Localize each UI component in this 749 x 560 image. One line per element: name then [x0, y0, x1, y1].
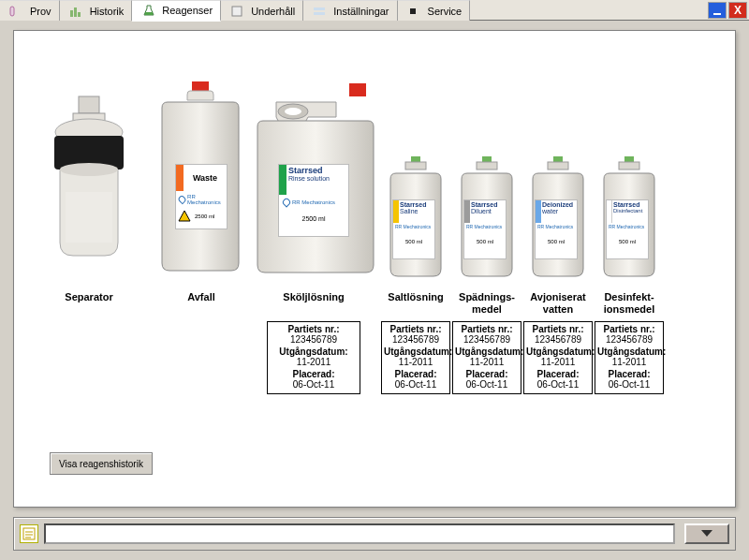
info-label-expiry: Utgångsdatum:: [526, 346, 590, 357]
info-value-expiry: 11-2011: [526, 357, 590, 367]
info-value-expiry: 11-2011: [597, 357, 661, 367]
tab-historik[interactable]: Historik: [60, 0, 133, 21]
status-dropdown-button[interactable]: [684, 523, 729, 544]
info-value-placed: 06-Oct-11: [597, 379, 661, 390]
info-label-batch: Partiets nr.:: [384, 324, 448, 334]
waste-label-vol: 2500 ml: [195, 214, 214, 219]
disinf-label-brand: RR Mechatronics: [607, 223, 648, 231]
info-value-placed: 06-Oct-11: [270, 379, 358, 390]
bars-icon: [67, 4, 86, 19]
waste-stripe: [176, 165, 184, 191]
show-history-button[interactable]: Visa reagenshistorik: [50, 452, 153, 475]
svg-rect-21: [411, 156, 420, 162]
title-rinse: Sköljlösning: [248, 289, 379, 303]
rinse-label-sub: Rinse solution: [288, 175, 346, 182]
title-saline: Saltlösning: [381, 289, 450, 303]
reagent-waste[interactable]: Waste RR Mechatronics 2500 ml: [154, 80, 248, 286]
info-label-batch: Partiets nr.:: [526, 324, 590, 334]
dot-icon: [405, 4, 424, 19]
note-icon[interactable]: [20, 524, 38, 543]
info-label-batch: Partiets nr.:: [597, 324, 661, 334]
title-deion: Avjoniserat vatten: [523, 289, 593, 316]
info-value-batch: 123456789: [455, 334, 519, 345]
info-label-placed: Placerad:: [270, 369, 358, 379]
tab-label: Reagenser: [162, 5, 213, 16]
info-card-disinf[interactable]: Partiets nr.: 123456789 Utgångsdatum: 11…: [595, 321, 664, 394]
info-card-rinse[interactable]: Partiets nr.: 123456789 Utgångsdatum: 11…: [267, 321, 360, 394]
svg-rect-23: [482, 156, 492, 162]
info-value-placed: 06-Oct-11: [455, 379, 519, 390]
info-value-batch: 123456789: [526, 334, 590, 345]
reagent-deionized[interactable]: Deionized water RR Mechatronics 500 ml: [523, 155, 593, 286]
svg-rect-15: [66, 192, 112, 243]
flask-icon: [140, 3, 158, 18]
tab-installningar[interactable]: Inställningar: [303, 0, 397, 21]
disinf-label-sub: Disinfectant: [613, 208, 647, 214]
info-card-saline[interactable]: Partiets nr.: 123456789 Utgångsdatum: 11…: [381, 321, 450, 394]
show-history-label: Visa reagenshistorik: [59, 459, 143, 469]
info-card-diluent[interactable]: Partiets nr.: 123456789 Utgångsdatum: 11…: [452, 321, 521, 394]
info-value-expiry: 11-2011: [270, 357, 358, 367]
reagent-diluent[interactable]: Starrsed Diluent RR Mechatronics 500 ml: [452, 155, 521, 286]
window-buttons: X: [708, 0, 749, 20]
info-label-placed: Placerad:: [597, 369, 661, 379]
svg-rect-6: [314, 7, 325, 10]
info-label-placed: Placerad:: [384, 369, 448, 379]
svg-rect-18: [349, 83, 366, 96]
reagent-separator[interactable]: [23, 89, 154, 286]
diluent-label-brand: RR Mechatronics: [464, 223, 506, 231]
tab-bar: Prov Historik Reagenser Underhåll Instäl…: [0, 0, 749, 21]
tab-label: Historik: [90, 6, 125, 17]
info-card-deion[interactable]: Partiets nr.: 123456789 Utgångsdatum: 11…: [523, 321, 593, 394]
tab-label: Service: [428, 6, 463, 17]
minimize-button[interactable]: [708, 2, 727, 19]
info-value-placed: 06-Oct-11: [384, 379, 448, 390]
reagent-disinfectant[interactable]: Starrsed Disinfectant RR Mechatronics 50…: [595, 155, 664, 286]
svg-rect-8: [410, 8, 416, 14]
saline-label-name: Starrsed: [400, 201, 433, 208]
settings-icon: [311, 4, 330, 19]
info-row: Partiets nr.: 123456789 Utgångsdatum: 11…: [23, 321, 726, 394]
svg-rect-28: [619, 162, 639, 169]
title-disinf: Desinfekt- ionsmedel: [595, 289, 664, 316]
svg-rect-9: [713, 13, 721, 15]
tab-underhall[interactable]: Underhåll: [221, 0, 303, 21]
diluent-label-sub: Diluent: [471, 208, 505, 214]
title-waste: Avfall: [154, 289, 248, 303]
waste-label-brand: RR Mechatronics: [187, 194, 224, 205]
saline-label-brand: RR Mechatronics: [393, 223, 434, 231]
saline-label-sub: Saline: [400, 208, 433, 214]
svg-rect-10: [79, 96, 99, 113]
reagent-rinse[interactable]: Starrsed Rinse solution RR Mechatronics …: [248, 80, 379, 286]
svg-rect-2: [74, 7, 77, 17]
svg-rect-4: [145, 12, 153, 15]
status-message-field[interactable]: [44, 523, 675, 544]
deion-label-name: Deionized: [542, 201, 576, 208]
diluent-label-name: Starrsed: [471, 201, 505, 208]
reagent-saline[interactable]: Starrsed Saline RR Mechatronics 500 ml: [381, 155, 450, 286]
paper-icon: [228, 4, 247, 19]
deion-label-sub: water: [542, 208, 576, 214]
disinf-label-name: Starrsed: [613, 201, 647, 208]
info-value-expiry: 11-2011: [455, 357, 519, 367]
disinf-label-vol: 500 ml: [607, 239, 648, 244]
reagent-titles: Separator Avfall Sköljlösning Saltlösnin…: [23, 289, 726, 316]
reagent-row: Waste RR Mechatronics 2500 ml: [23, 44, 726, 286]
rinse-stripe: [279, 165, 286, 195]
info-label-expiry: Utgångsdatum:: [597, 346, 661, 357]
tab-service[interactable]: Service: [398, 0, 471, 21]
svg-rect-24: [477, 162, 497, 169]
close-button[interactable]: X: [728, 2, 747, 19]
tab-prov[interactable]: Prov: [0, 0, 60, 21]
svg-rect-0: [10, 7, 14, 16]
info-label-batch: Partiets nr.:: [270, 324, 358, 334]
svg-rect-3: [78, 12, 81, 17]
tab-label: Inställningar: [333, 6, 389, 17]
info-value-expiry: 11-2011: [384, 357, 448, 367]
title-diluent: Spädnings- medel: [452, 289, 521, 316]
svg-rect-26: [548, 162, 568, 169]
waste-label-name: Waste: [184, 165, 227, 191]
status-bar: [13, 517, 736, 551]
tab-reagenser[interactable]: Reagenser: [132, 0, 221, 22]
svg-rect-7: [314, 12, 325, 15]
